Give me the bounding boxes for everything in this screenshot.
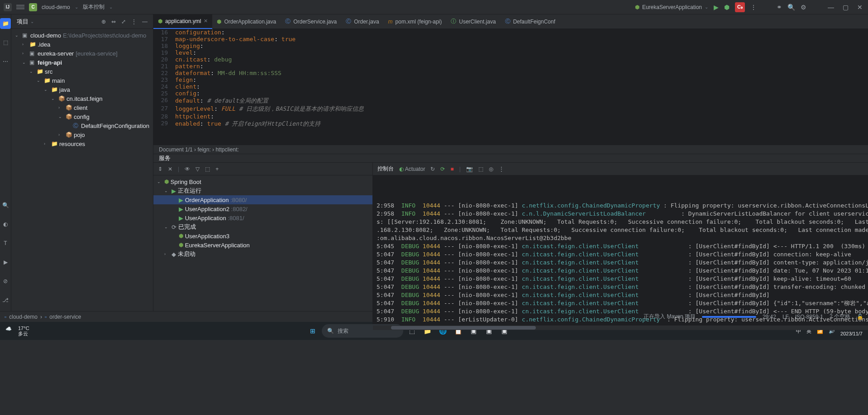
done-group[interactable]: ⌄⟳ 已完成 [153, 222, 372, 231]
editor-tab[interactable]: Ⓒ DefaultFeignConf [501, 14, 560, 29]
editor-tab[interactable]: Ⓒ OrderService.java [281, 14, 341, 29]
panel-title: 项目 [17, 18, 29, 26]
project-tree-panel: 项目 ⌄ ⊕ ⇔ ⤢ ⋮ — ⌄▣ cloud-demo E:\IdeaProj… [11, 14, 153, 311]
actuator-tab[interactable]: ◐ Actuator [399, 166, 425, 172]
close-icon[interactable]: ✕ [168, 166, 172, 172]
not-started-group[interactable]: ›◆ 未启动 [153, 250, 372, 259]
group-icon[interactable]: ⬚ [205, 166, 210, 172]
editor-tab[interactable]: m pom.xml (feign-api) [384, 14, 447, 29]
breadcrumb[interactable]: Document 1/1 › feign: › httpclient: [153, 145, 868, 154]
search-tool-button[interactable]: 🔍 [0, 200, 11, 211]
minimize-button[interactable]: — [826, 4, 835, 11]
tree-node-resources[interactable]: ›📁resources [11, 139, 153, 148]
code-editor[interactable]: ▲ 8 ✓ 4 ˄ ˅ 16 configuration:17 map-unde… [153, 29, 868, 145]
status-nav-1[interactable]: cloud-demo [9, 314, 38, 320]
structure-tool-button[interactable]: ⬚ [0, 37, 11, 48]
editor-tab[interactable]: ⬢ OrderApplication.java [212, 14, 281, 29]
restart-icon[interactable]: ⟳ [440, 166, 445, 172]
close-button[interactable]: ✕ [855, 4, 864, 11]
maximize-button[interactable]: ▢ [841, 4, 850, 11]
more-icon[interactable]: ⋮ [499, 166, 504, 172]
ide-logo: IJ [4, 3, 12, 11]
run-button[interactable]: ▶ [714, 4, 719, 11]
stop-badge[interactable]: C₃ [735, 2, 745, 12]
tree-root[interactable]: ⌄▣ cloud-demo E:\IdeaProjects\test\cloud… [11, 31, 153, 40]
tree-node-main[interactable]: ⌄📁main [11, 76, 153, 85]
tree-node-feign[interactable]: ⌄▣feign-api [11, 58, 153, 67]
tree-node-idea[interactable]: ›📁.idea [11, 40, 153, 49]
services-toolbar: ⇕ ✕ | 👁 ▽ ⬚ + [153, 163, 372, 175]
spring-icon: ⬢ [635, 4, 639, 10]
project-name[interactable]: cloud-demo [42, 4, 70, 10]
console-output[interactable]: ↑ ↓ ↩ ⤓ 🖨 🗑 2:958 INFO 10444 --- [nio-80… [373, 175, 868, 325]
order-app[interactable]: ▶ OrderApplication :8080/ [153, 195, 372, 204]
more-tool-button[interactable]: ⋯ [0, 56, 11, 67]
more-icon[interactable]: ⋮ [131, 19, 137, 25]
rerun-icon[interactable]: ↻ [430, 166, 435, 172]
stop-icon[interactable]: ■ [450, 166, 453, 172]
add-icon[interactable]: + [215, 166, 219, 172]
services-panel: 服务 ⇕ ✕ | 👁 ▽ ⬚ + ⌄⬢ Spring Boot ⌄▶ [153, 154, 868, 311]
debug-button[interactable]: ⬢ [724, 4, 730, 11]
tree-node-pkg[interactable]: ⌄📦cn.itcast.feign [11, 94, 153, 103]
search-icon[interactable]: 🔍 [787, 4, 795, 11]
run-tool-button[interactable]: ▶ [0, 257, 11, 268]
tree-node-eureka[interactable]: ›▣eureka-server[eureka-service] [11, 49, 153, 58]
weather-widget[interactable]: ☁️ 17°C多云 [5, 325, 29, 336]
run-config-selector[interactable]: ⬢ EurekaServerApplication ⌄ [635, 4, 708, 10]
running-group[interactable]: ⌄▶ 正在运行 [153, 186, 372, 195]
tree-node-src[interactable]: ⌄📁src [11, 67, 153, 76]
user-app-3[interactable]: ⬢ UserApplication3 [153, 231, 372, 241]
settings-icon[interactable]: ⚙ [801, 4, 806, 11]
editor-tab[interactable]: ⬢ application.yml ✕ [153, 14, 212, 29]
tree-node-pojo[interactable]: ›📦pojo [11, 130, 153, 139]
project-tool-button[interactable]: 📁 [0, 18, 11, 29]
services-title: 服务 [159, 154, 171, 162]
left-tool-rail: 📁 ⬚ ⋯ 🔍 ◐ T ▶ ⊘ ⎇ [0, 14, 11, 311]
horizontal-scrollbar[interactable] [373, 325, 868, 330]
hide-icon[interactable]: — [142, 19, 148, 25]
filter-icon[interactable]: ▽ [196, 166, 200, 172]
user-app[interactable]: ▶ UserApplication :8081/ [153, 213, 372, 222]
services-tool-button[interactable]: ◐ [0, 219, 11, 230]
view-icon[interactable]: 👁 [185, 166, 190, 172]
tree-node-java[interactable]: ⌄📁java [11, 85, 153, 94]
layout-icon[interactable]: ◎ [489, 166, 493, 172]
editor-tabs: ⬢ application.yml ✕⬢ OrderApplication.ja… [153, 14, 868, 29]
more-icon[interactable]: ⋮ [750, 4, 757, 11]
project-tree[interactable]: ⌄▣ cloud-demo E:\IdeaProjects\test\cloud… [11, 29, 153, 311]
chevron-down-icon[interactable]: ⌄ [109, 5, 113, 9]
tree-node-client[interactable]: ›📦client [11, 103, 153, 112]
vcs-menu[interactable]: 版本控制 [83, 3, 105, 11]
expand-icon[interactable]: ⇕ [158, 166, 162, 172]
user-app-2[interactable]: ▶ UserApplication2 :8082/ [153, 204, 372, 213]
status-nav-2[interactable]: order-service [49, 314, 81, 320]
console: 控制台 ◐ Actuator ↻ ⟳ ■ | 📷 ⬚ ◎ ⋮ ↑ [373, 163, 868, 330]
export-icon[interactable]: ⬚ [478, 166, 483, 172]
services-list[interactable]: ⌄⬢ Spring Boot ⌄▶ 正在运行 ▶ OrderApplicatio… [153, 175, 372, 330]
chevron-down-icon[interactable]: ⌄ [30, 19, 34, 24]
main-menu-icon[interactable] [16, 5, 24, 9]
console-tab[interactable]: 控制台 [377, 165, 394, 173]
start-button[interactable]: ⊞ [306, 325, 319, 337]
terminal-tool-button[interactable]: T [0, 238, 11, 249]
camera-icon[interactable]: 📷 [466, 166, 473, 172]
tree-node-default-feign[interactable]: ⒸDefaultFeignConfiguration [11, 121, 153, 130]
chevron-down-icon[interactable]: ⌄ [75, 5, 78, 9]
problems-tool-button[interactable]: ⊘ [0, 276, 11, 287]
collapse-icon[interactable]: ⤢ [121, 19, 126, 25]
chevron-down-icon: ⌄ [705, 5, 708, 9]
eureka-app[interactable]: ⬢ EurekaServerApplication [153, 241, 372, 250]
title-bar: IJ C cloud-demo ⌄ 版本控制 ⌄ ⬢ EurekaServerA… [0, 0, 868, 14]
code-with-me-icon[interactable]: ⚭ [777, 4, 782, 11]
editor: ⬢ application.yml ✕⬢ OrderApplication.ja… [153, 14, 868, 311]
run-config-label: EurekaServerApplication [642, 4, 702, 10]
locate-icon[interactable]: ⊕ [101, 19, 106, 25]
spring-boot-group[interactable]: ⌄⬢ Spring Boot [153, 177, 372, 186]
project-badge: C [29, 3, 37, 11]
tree-node-config[interactable]: ⌄📦config [11, 112, 153, 121]
vcs-tool-button[interactable]: ⎇ [0, 295, 11, 306]
editor-tab[interactable]: Ⓘ UserClient.java [446, 14, 500, 29]
expand-icon[interactable]: ⇔ [111, 19, 116, 25]
editor-tab[interactable]: Ⓒ Order.java [341, 14, 383, 29]
